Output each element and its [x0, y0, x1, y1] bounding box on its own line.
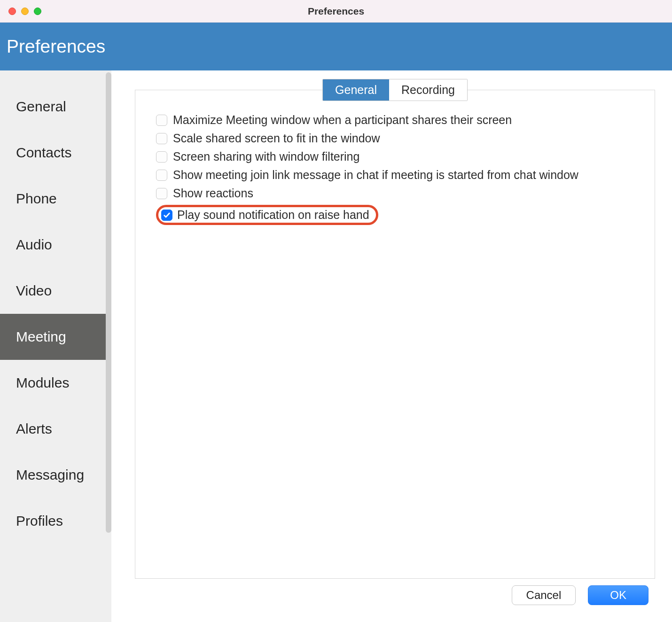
sidebar-item-meeting[interactable]: Meeting: [0, 314, 111, 360]
option-maximize-on-share: Maximize Meeting window when a participa…: [156, 111, 638, 129]
checkbox-maximize-on-share[interactable]: [156, 115, 167, 126]
option-show-reactions: Show reactions: [156, 184, 638, 202]
option-label: Scale shared screen to fit in the window: [173, 132, 380, 145]
sidebar: GeneralContactsPhoneAudioVideoMeetingMod…: [0, 70, 111, 622]
option-label: Play sound notification on raise hand: [177, 208, 369, 222]
titlebar: Preferences: [0, 0, 672, 23]
option-raise-hand-sound: Play sound notification on raise hand: [156, 202, 638, 227]
checkbox-raise-hand-sound[interactable]: [161, 210, 172, 221]
settings-panel: Maximize Meeting window when a participa…: [135, 90, 655, 579]
sidebar-item-audio[interactable]: Audio: [0, 222, 111, 268]
option-label: Show meeting join link message in chat i…: [173, 168, 578, 182]
window-controls: [8, 8, 41, 15]
sidebar-item-video[interactable]: Video: [0, 268, 111, 314]
sidebar-item-profiles[interactable]: Profiles: [0, 498, 111, 544]
window-title: Preferences: [308, 6, 364, 17]
checkbox-show-reactions[interactable]: [156, 188, 167, 199]
sidebar-scrollbar[interactable]: [106, 72, 111, 533]
checkbox-scale-shared-screen[interactable]: [156, 133, 167, 144]
tab-recording[interactable]: Recording: [389, 79, 467, 101]
sidebar-item-general[interactable]: General: [0, 84, 111, 130]
ok-button[interactable]: OK: [588, 585, 649, 605]
option-label: Show reactions: [173, 187, 253, 200]
checkbox-window-filtering[interactable]: [156, 151, 167, 163]
minimize-window-button[interactable]: [21, 8, 29, 15]
option-window-filtering: Screen sharing with window filtering: [156, 148, 638, 166]
tabs: GeneralRecording: [135, 79, 655, 101]
content: GeneralRecording Maximize Meeting window…: [111, 70, 672, 622]
page-title: Preferences: [7, 36, 105, 57]
zoom-window-button[interactable]: [34, 8, 41, 15]
option-join-link-chat: Show meeting join link message in chat i…: [156, 166, 638, 184]
option-label: Screen sharing with window filtering: [173, 150, 359, 163]
sidebar-item-alerts[interactable]: Alerts: [0, 406, 111, 452]
cancel-button[interactable]: Cancel: [512, 585, 576, 605]
option-label: Maximize Meeting window when a participa…: [173, 113, 512, 127]
sidebar-item-phone[interactable]: Phone: [0, 176, 111, 222]
footer: Cancel OK: [135, 579, 655, 614]
sidebar-item-modules[interactable]: Modules: [0, 360, 111, 406]
highlight-annotation: Play sound notification on raise hand: [156, 205, 378, 225]
tab-general[interactable]: General: [323, 79, 389, 101]
sidebar-item-messaging[interactable]: Messaging: [0, 452, 111, 498]
close-window-button[interactable]: [8, 8, 16, 15]
option-scale-shared-screen: Scale shared screen to fit in the window: [156, 129, 638, 148]
checkbox-join-link-chat[interactable]: [156, 170, 167, 181]
sidebar-item-contacts[interactable]: Contacts: [0, 130, 111, 176]
page-header: Preferences: [0, 23, 672, 70]
main: GeneralContactsPhoneAudioVideoMeetingMod…: [0, 70, 672, 622]
